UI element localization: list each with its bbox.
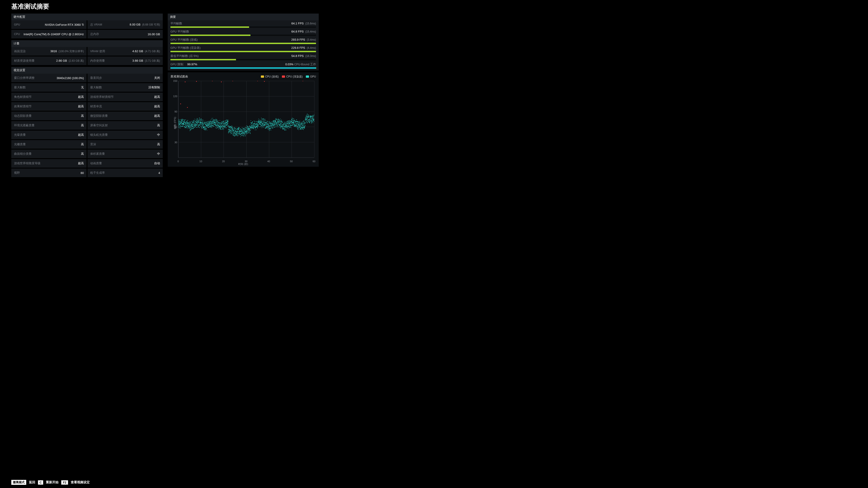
svg-point-265 <box>193 127 193 127</box>
svg-point-1100 <box>240 136 241 137</box>
svg-point-79 <box>183 121 183 122</box>
svg-point-2366 <box>312 122 312 123</box>
svg-point-680 <box>217 124 217 124</box>
svg-point-1630 <box>270 125 271 125</box>
svg-point-1031 <box>237 132 237 133</box>
svg-point-2143 <box>300 127 300 127</box>
svg-point-1963 <box>289 126 289 126</box>
svg-point-1394 <box>257 125 257 125</box>
svg-point-448 <box>204 123 204 124</box>
visual-row-12: 光晕质量超高 <box>11 131 87 139</box>
svg-point-677 <box>216 123 217 123</box>
svg-point-681 <box>217 127 217 127</box>
svg-point-1787 <box>279 122 280 122</box>
svg-point-427 <box>202 126 203 126</box>
svg-point-2046 <box>294 120 294 120</box>
svg-point-998 <box>235 136 235 136</box>
svg-point-871 <box>227 126 228 127</box>
svg-point-1603 <box>269 125 269 125</box>
svg-point-208 <box>190 126 190 127</box>
chart-legend: CPU (游戏) CPU (渲染器) GPU <box>261 75 316 78</box>
svg-point-205 <box>190 126 190 126</box>
hardware-row-3: 总内存16.00 GB <box>88 30 163 38</box>
svg-point-1478 <box>262 120 262 120</box>
svg-point-811 <box>224 124 224 125</box>
svg-point-1012 <box>235 135 236 135</box>
svg-point-1744 <box>277 126 277 126</box>
svg-point-593 <box>212 127 212 128</box>
svg-point-991 <box>234 131 235 131</box>
svg-point-1250 <box>249 130 249 131</box>
svg-point-1239 <box>248 128 249 128</box>
svg-point-1635 <box>271 130 271 130</box>
svg-point-1126 <box>242 129 242 130</box>
ytick-30: 30 <box>170 141 177 144</box>
svg-point-989 <box>234 133 235 133</box>
svg-point-1310 <box>252 127 253 127</box>
svg-point-809 <box>224 124 224 124</box>
svg-point-2164 <box>301 129 301 130</box>
svg-point-227 <box>191 128 191 129</box>
svg-point-2355 <box>311 118 312 119</box>
svg-point-449 <box>204 126 204 127</box>
svg-point-219 <box>191 126 191 126</box>
svg-point-1174 <box>245 133 245 133</box>
visual-row-10: 环境光遮蔽质量高 <box>11 121 87 130</box>
svg-point-1263 <box>250 132 250 132</box>
svg-point-48 <box>181 126 181 127</box>
svg-point-1476 <box>262 125 262 126</box>
svg-point-2347 <box>311 118 311 119</box>
svg-point-741 <box>220 123 220 123</box>
svg-point-293 <box>195 125 195 125</box>
svg-point-202 <box>189 131 190 131</box>
svg-point-1207 <box>246 128 247 129</box>
svg-point-918 <box>230 133 230 134</box>
chart-title: 基准测试图表 <box>170 74 188 78</box>
svg-point-2392 <box>313 116 314 116</box>
svg-point-2287 <box>308 119 308 120</box>
visual-row-5: 游戏世界材质细节超高 <box>88 93 163 101</box>
svg-point-38 <box>180 127 181 127</box>
svg-point-1526 <box>265 123 265 123</box>
summary-row-4-value: 54.8 FPS (18.3ms) <box>291 54 316 58</box>
svg-point-887 <box>228 129 229 129</box>
svg-point-1531 <box>265 122 265 123</box>
svg-point-862 <box>227 121 227 122</box>
svg-point-1489 <box>262 124 263 124</box>
svg-point-663 <box>216 122 216 122</box>
svg-point-782 <box>222 125 223 125</box>
legend-cpu-game: CPU (游戏) <box>265 75 279 78</box>
svg-point-597 <box>212 121 212 122</box>
svg-point-565 <box>210 124 211 125</box>
svg-point-43 <box>181 123 181 124</box>
svg-point-2211 <box>303 129 304 130</box>
svg-point-851 <box>226 123 227 124</box>
svg-point-1659 <box>272 126 272 126</box>
svg-point-1189 <box>246 131 246 131</box>
svg-point-1106 <box>241 129 241 130</box>
svg-point-498 <box>206 122 207 123</box>
svg-point-898 <box>229 129 229 129</box>
svg-point-137 <box>186 127 186 127</box>
svg-point-1049 <box>238 131 238 131</box>
svg-point-252 <box>192 121 193 122</box>
svg-point-2050 <box>294 120 294 121</box>
svg-point-2293 <box>308 117 308 118</box>
svg-point-1301 <box>252 123 252 123</box>
svg-point-695 <box>217 124 218 124</box>
svg-point-1718 <box>275 119 276 119</box>
svg-point-596 <box>212 125 212 126</box>
svg-point-102 <box>184 121 184 122</box>
svg-point-322 <box>196 125 197 126</box>
svg-point-2176 <box>301 129 302 130</box>
svg-point-2306 <box>309 116 309 117</box>
svg-point-2358 <box>311 122 312 122</box>
svg-point-1439 <box>259 120 260 120</box>
svg-point-703 <box>218 122 218 123</box>
visual-row-15: 景深高 <box>88 140 163 149</box>
svg-point-948 <box>232 129 232 130</box>
svg-point-2149 <box>300 124 300 125</box>
svg-point-784 <box>222 122 223 123</box>
svg-point-1026 <box>236 129 237 129</box>
svg-point-555 <box>210 123 210 124</box>
